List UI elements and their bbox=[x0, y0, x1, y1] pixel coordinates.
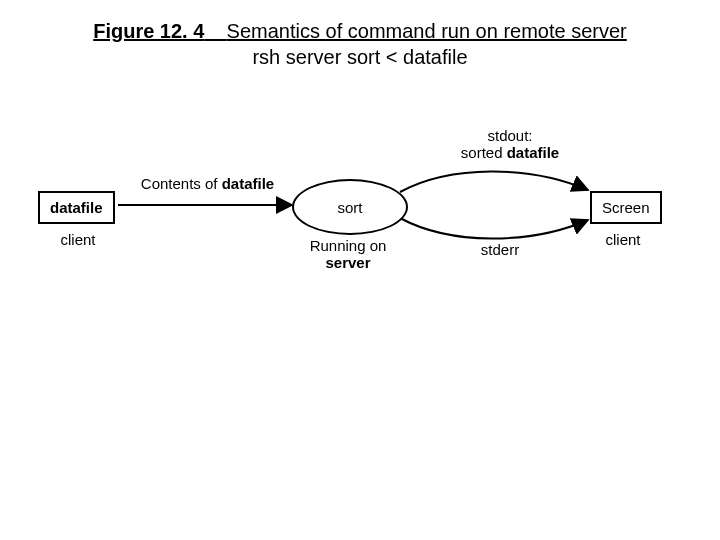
edge-datafile-sort-label: Contents of datafile bbox=[120, 175, 295, 192]
figure-title-text: Semantics of command run on remote serve… bbox=[227, 20, 627, 42]
figure-number: Figure 12. 4 bbox=[93, 20, 204, 42]
figure-title: Figure 12. 4 Semantics of command run on… bbox=[0, 18, 720, 70]
node-datafile-caption: client bbox=[48, 231, 108, 248]
node-screen-caption: client bbox=[598, 231, 648, 248]
node-screen-label: Screen bbox=[602, 199, 650, 216]
node-sort: sort bbox=[292, 179, 408, 235]
node-sort-caption: Running on server bbox=[292, 237, 404, 271]
node-screen: Screen bbox=[590, 191, 662, 224]
edge-stderr-label: stderr bbox=[460, 241, 540, 258]
edge-stdout-label: stdout: sorted datafile bbox=[440, 127, 580, 161]
node-datafile-label: datafile bbox=[50, 199, 103, 216]
node-datafile: datafile bbox=[38, 191, 115, 224]
node-sort-label: sort bbox=[337, 199, 362, 216]
diagram: datafile client Contents of datafile sor… bbox=[30, 135, 690, 315]
figure-subtitle: rsh server sort < datafile bbox=[0, 44, 720, 70]
